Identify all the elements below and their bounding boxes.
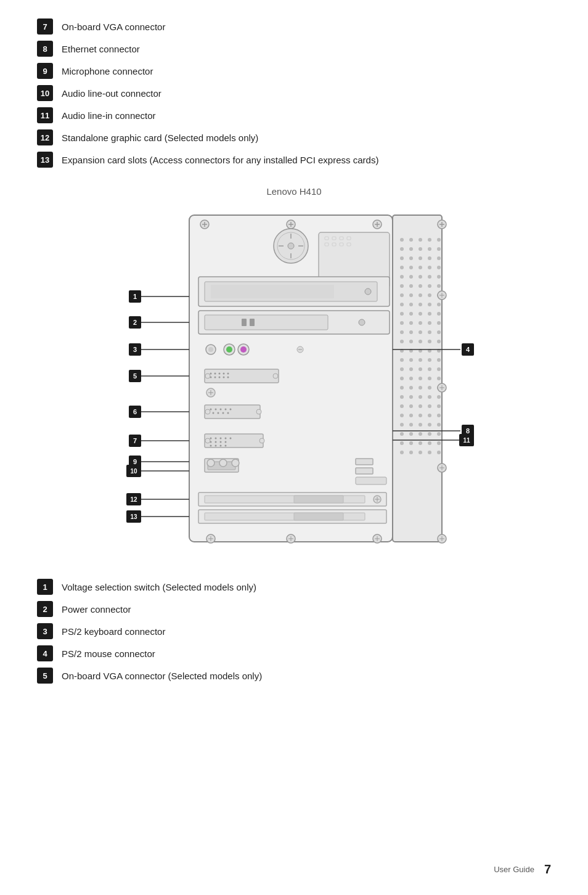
svg-point-211 [225, 445, 227, 447]
svg-point-27 [400, 284, 404, 288]
svg-point-8 [409, 247, 413, 251]
svg-point-57 [400, 340, 404, 343]
list-item: 11 Audio line-in connector [37, 107, 551, 123]
svg-point-91 [437, 395, 441, 399]
svg-point-54 [419, 330, 422, 334]
svg-point-51 [437, 321, 441, 325]
svg-point-73 [409, 367, 413, 371]
svg-rect-159 [242, 319, 247, 326]
svg-point-188 [215, 409, 217, 411]
item-b1-text: Voltage selection switch (Selected model… [62, 582, 256, 592]
svg-point-58 [409, 340, 413, 343]
svg-point-67 [400, 358, 404, 362]
svg-point-5 [428, 238, 431, 242]
svg-text:9: 9 [133, 458, 137, 465]
list-item: 12 Standalone graphic card (Selected mod… [37, 129, 551, 145]
footer-label: User Guide [494, 865, 534, 874]
item-8-text: Ethernet connector [62, 44, 140, 54]
svg-rect-198 [205, 434, 263, 448]
svg-point-33 [409, 293, 413, 297]
svg-point-15 [428, 256, 431, 260]
svg-point-53 [409, 330, 413, 334]
svg-text:6: 6 [133, 408, 137, 415]
svg-text:11: 11 [463, 437, 470, 444]
computer-diagram: 1 2 3 5 6 7 9 10 [109, 203, 479, 560]
svg-point-48 [409, 321, 413, 325]
svg-point-202 [225, 438, 227, 439]
svg-text:13: 13 [130, 513, 137, 520]
svg-point-206 [220, 441, 222, 443]
diagram-section: Lenovo H410 [37, 186, 551, 560]
svg-rect-186 [205, 405, 260, 419]
svg-point-84 [419, 386, 422, 390]
svg-rect-224 [294, 496, 343, 503]
svg-point-46 [437, 312, 441, 316]
item-b5-text: On-board VGA connector (Selected models … [62, 671, 262, 681]
svg-point-192 [213, 412, 214, 414]
page: 7 On-board VGA connector 8 Ethernet conn… [0, 0, 588, 895]
svg-point-111 [437, 432, 441, 436]
svg-point-177 [214, 377, 216, 378]
svg-rect-158 [205, 315, 328, 330]
svg-point-189 [220, 409, 222, 411]
svg-point-95 [428, 404, 431, 408]
svg-point-209 [215, 445, 217, 447]
svg-point-45 [428, 312, 431, 316]
svg-point-69 [419, 358, 422, 362]
bottom-list: 1 Voltage selection switch (Selected mod… [37, 579, 551, 684]
svg-point-87 [400, 395, 404, 399]
svg-text:12: 12 [130, 496, 137, 503]
list-item: 9 Microphone connector [37, 63, 551, 79]
svg-point-180 [227, 377, 229, 378]
svg-point-85 [428, 386, 431, 390]
svg-point-13 [409, 256, 413, 260]
svg-point-26 [437, 275, 441, 279]
svg-point-116 [437, 441, 441, 445]
svg-point-105 [428, 423, 431, 427]
badge-7: 7 [37, 18, 53, 35]
svg-point-61 [437, 340, 441, 343]
badge-b5: 5 [37, 668, 53, 684]
svg-point-19 [419, 266, 422, 269]
svg-point-11 [437, 247, 441, 251]
svg-point-102 [400, 423, 404, 427]
item-b2-text: Power connector [62, 604, 131, 615]
svg-point-47 [400, 321, 404, 325]
svg-point-205 [215, 441, 217, 443]
svg-point-71 [437, 358, 441, 362]
svg-point-212 [205, 438, 210, 443]
svg-point-196 [205, 409, 210, 414]
svg-rect-217 [356, 468, 373, 474]
svg-rect-160 [250, 319, 255, 326]
svg-point-175 [227, 373, 229, 375]
svg-point-37 [400, 303, 404, 306]
svg-point-174 [223, 373, 225, 375]
list-item: 13 Expansion card slots (Access connecto… [37, 152, 551, 168]
item-b4-text: PS/2 mouse connector [62, 648, 155, 659]
svg-point-119 [419, 451, 422, 454]
list-item: 7 On-board VGA connector [37, 18, 551, 35]
svg-point-29 [419, 284, 422, 288]
svg-text:7: 7 [133, 437, 137, 444]
svg-point-14 [419, 256, 422, 260]
svg-point-114 [419, 441, 422, 445]
svg-point-194 [223, 412, 224, 414]
badge-11: 11 [37, 107, 53, 123]
svg-point-6 [437, 238, 441, 242]
list-item: 10 Audio line-out connector [37, 85, 551, 101]
svg-point-80 [428, 377, 431, 380]
badge-b1: 1 [37, 579, 53, 595]
svg-point-213 [259, 438, 264, 443]
svg-point-89 [419, 395, 422, 399]
item-9-text: Microphone connector [62, 66, 153, 76]
svg-point-38 [409, 303, 413, 306]
badge-b2: 2 [37, 601, 53, 617]
svg-point-2 [400, 238, 404, 242]
svg-point-30 [428, 284, 431, 288]
svg-point-100 [428, 414, 431, 417]
svg-point-50 [428, 321, 431, 325]
svg-point-72 [400, 367, 404, 371]
svg-point-35 [428, 293, 431, 297]
svg-point-220 [232, 459, 239, 467]
svg-point-25 [428, 275, 431, 279]
